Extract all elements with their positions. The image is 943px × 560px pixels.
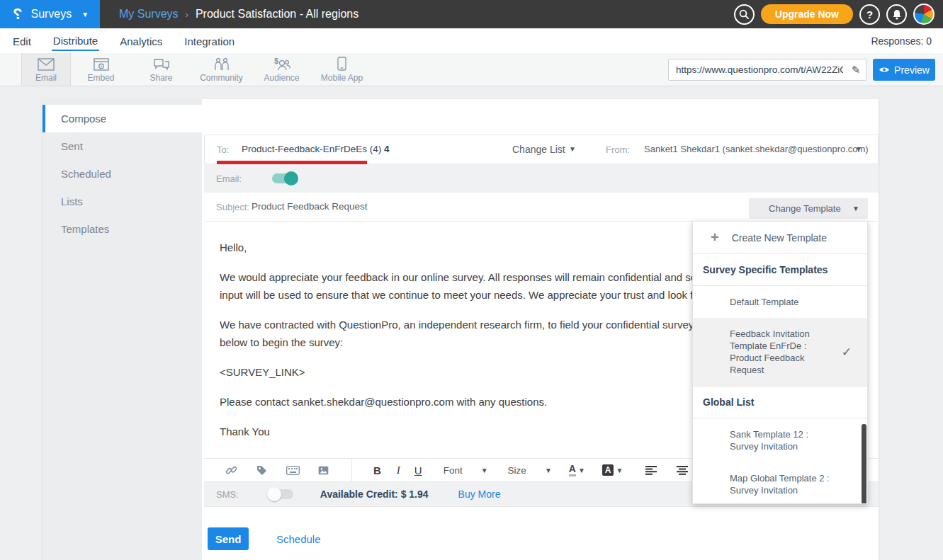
- questionpro-logo-icon: ?: [13, 6, 22, 22]
- text-color-caret-icon: ▼: [578, 467, 585, 474]
- bg-color-button[interactable]: A ▼: [602, 464, 623, 476]
- tab-integration[interactable]: Integration: [183, 31, 236, 50]
- sidebar-item-lists[interactable]: Lists: [43, 188, 202, 215]
- change-list-button[interactable]: Change List: [512, 144, 565, 155]
- email-icon: [38, 57, 55, 71]
- template-item-selected[interactable]: Feedback Invitation Template EnFrDe : Pr…: [693, 318, 867, 387]
- toolbar-divider: [351, 458, 352, 482]
- send-button[interactable]: Send: [208, 527, 249, 550]
- check-icon: ✓: [842, 346, 852, 358]
- bold-button[interactable]: B: [373, 464, 381, 476]
- schedule-link[interactable]: Schedule: [276, 533, 321, 545]
- change-template-button[interactable]: Change Template ▼: [749, 198, 868, 219]
- breadcrumb-separator: ›: [186, 9, 188, 20]
- change-template-label: Change Template: [769, 203, 841, 214]
- tab-distribute[interactable]: Distribute: [52, 30, 99, 51]
- responses-count[interactable]: Responses: 0: [871, 35, 932, 47]
- breadcrumb: My Surveys › Product Satisfaction - All …: [119, 0, 358, 28]
- dist-tab-audience[interactable]: $ Audience: [252, 53, 312, 86]
- breadcrumb-parent-link[interactable]: My Surveys: [119, 8, 179, 21]
- product-switcher[interactable]: ? Surveys ▼: [0, 0, 100, 28]
- to-list-value[interactable]: Product-Feedback-EnFrDeEs (4) 4: [242, 144, 390, 154]
- dist-tab-label: Mobile App: [321, 73, 363, 83]
- template-item-label: Map Global Template 2 : Survey Invitatio…: [730, 472, 836, 496]
- keyboard-icon[interactable]: [286, 466, 300, 475]
- subject-input[interactable]: Product Feedback Request: [252, 201, 368, 212]
- template-item-label: Sank Template 12 : Survey Invitation: [730, 428, 836, 452]
- user-avatar[interactable]: [913, 4, 934, 25]
- dist-tab-email[interactable]: Email: [21, 53, 71, 86]
- size-caret-icon: ▼: [545, 467, 552, 474]
- sidebar-item-scheduled[interactable]: Scheduled: [43, 160, 202, 188]
- survey-url-field: ✎: [668, 59, 866, 81]
- edit-url-pencil-icon[interactable]: ✎: [846, 64, 866, 76]
- merge-tag-icon[interactable]: [256, 464, 268, 476]
- font-dropdown[interactable]: Font ▼: [444, 465, 488, 476]
- survey-url-input[interactable]: [669, 64, 846, 75]
- sidebar-item-templates[interactable]: Templates: [43, 215, 202, 243]
- email-sidebar: Compose Sent Scheduled Lists Templates: [43, 99, 202, 560]
- insert-image-icon[interactable]: [318, 466, 329, 475]
- eye-icon: [879, 66, 890, 74]
- help-button[interactable]: ?: [859, 4, 880, 25]
- template-item-default[interactable]: Default Template: [693, 286, 867, 318]
- sidebar-item-sent[interactable]: Sent: [43, 132, 202, 160]
- change-list-caret-icon[interactable]: ▼: [569, 145, 576, 153]
- change-template-dropdown: + Create New Template Survey Specific Te…: [692, 221, 868, 504]
- create-new-template-label: Create New Template: [732, 232, 827, 244]
- align-center-icon[interactable]: [677, 466, 688, 475]
- product-label: Surveys: [30, 8, 72, 21]
- size-dropdown[interactable]: Size ▼: [508, 465, 552, 476]
- community-icon: [213, 57, 230, 71]
- template-item-label: Feedback Invitation Template EnFrDe : Pr…: [730, 328, 836, 376]
- email-toggle[interactable]: [272, 173, 296, 183]
- recipient-row: To: Product-Feedback-EnFrDeEs (4) 4 Chan…: [204, 135, 879, 164]
- underline-button[interactable]: U: [414, 464, 422, 476]
- dist-tab-label: Audience: [264, 73, 299, 83]
- mobile-app-icon: [337, 57, 346, 71]
- dist-tab-mobile-app[interactable]: Mobile App: [312, 53, 372, 86]
- dist-tab-share[interactable]: Share: [131, 53, 191, 86]
- sidebar-item-compose[interactable]: Compose: [43, 105, 202, 132]
- from-caret-icon[interactable]: ▼: [855, 145, 862, 153]
- align-left-icon[interactable]: [645, 466, 657, 475]
- dist-tab-embed[interactable]: Embed: [71, 53, 131, 86]
- sms-toggle[interactable]: [269, 489, 293, 499]
- font-dropdown-label: Font: [444, 465, 463, 476]
- preview-label: Preview: [894, 64, 930, 76]
- upgrade-now-button[interactable]: Upgrade Now: [761, 4, 853, 24]
- distribute-toolbar: Email Embed Share Community $ Audience M…: [0, 53, 943, 86]
- text-color-button[interactable]: A ▼: [569, 464, 585, 476]
- tab-analytics[interactable]: Analytics: [118, 31, 164, 50]
- section-header-global-list: Global List: [693, 387, 867, 418]
- preview-button[interactable]: Preview: [873, 59, 935, 81]
- insert-link-icon[interactable]: [225, 464, 237, 476]
- from-sender-value[interactable]: Sanket1 Shekdar1 (sanket.shekdar@questio…: [644, 144, 869, 154]
- dist-tab-label: Community: [200, 73, 243, 83]
- tab-edit[interactable]: Edit: [11, 31, 33, 50]
- section-header-survey-specific: Survey Specific Templates: [693, 254, 867, 286]
- search-button[interactable]: [734, 4, 755, 25]
- email-toggle-label: Email:: [216, 173, 242, 184]
- bg-color-caret-icon: ▼: [616, 467, 623, 474]
- size-dropdown-label: Size: [508, 465, 526, 476]
- embed-icon: [94, 57, 109, 71]
- available-credit: Available Credit: $ 1.94: [320, 488, 429, 500]
- notifications-button[interactable]: [886, 4, 907, 25]
- create-new-template-item[interactable]: + Create New Template: [693, 222, 867, 254]
- global-template-list: Sank Template 12 : Survey Invitation Map…: [693, 418, 867, 504]
- svg-text:$: $: [274, 57, 278, 65]
- top-header: ? Surveys ▼ My Surveys › Product Satisfa…: [0, 0, 943, 28]
- template-item-global[interactable]: Sank Template 12 : Survey Invitation: [693, 418, 867, 462]
- sms-toggle-knob: [267, 487, 281, 501]
- text-color-icon: A: [569, 464, 576, 476]
- dist-tab-label: Embed: [87, 73, 114, 83]
- to-list-count: 4: [384, 144, 390, 154]
- plus-icon: +: [711, 229, 719, 246]
- search-icon: [739, 9, 749, 19]
- template-item-global[interactable]: Map Global Template 2 : Survey Invitatio…: [693, 462, 867, 504]
- dist-tab-community[interactable]: Community: [191, 53, 252, 86]
- buy-more-link[interactable]: Buy More: [458, 488, 501, 500]
- italic-button[interactable]: I: [397, 464, 400, 476]
- dropdown-scrollbar[interactable]: [862, 424, 866, 504]
